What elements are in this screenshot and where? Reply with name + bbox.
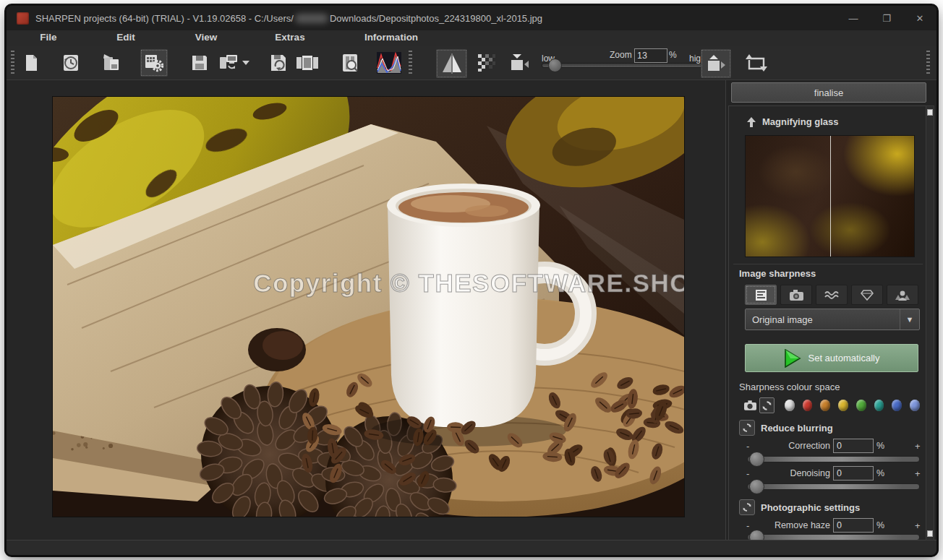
colour-dot-1[interactable]: [803, 400, 813, 411]
colour-dot-3[interactable]: [838, 400, 848, 411]
remove-haze-slider-track[interactable]: [747, 534, 920, 540]
history-button[interactable]: [57, 49, 85, 77]
remove-haze-plus[interactable]: +: [915, 520, 921, 531]
correction-minus[interactable]: -: [746, 441, 749, 452]
panel-scrollbar[interactable]: [926, 105, 934, 540]
tab-presets[interactable]: [745, 285, 777, 305]
denoising-plus[interactable]: +: [915, 468, 921, 479]
waves-icon: [824, 290, 839, 299]
app-window: SHARPEN projects (64-bit) (TRIAL) - V1.1…: [7, 6, 936, 555]
maximize-button[interactable]: ❐: [870, 6, 903, 30]
rotate-canvas-button[interactable]: [743, 49, 770, 77]
colour-dot-0[interactable]: [785, 400, 795, 411]
tab-portrait[interactable]: [887, 285, 918, 305]
denoising-row: Denoising %: [745, 466, 918, 482]
image-sharpness-header: Image sharpness: [739, 268, 816, 279]
new-project-button[interactable]: [17, 49, 45, 77]
dropdown-arrow-icon[interactable]: ▼: [900, 309, 919, 329]
close-button[interactable]: ✕: [903, 6, 936, 30]
export-button[interactable]: [215, 49, 252, 77]
correction-slider-track[interactable]: [747, 456, 920, 462]
rotate-cycle-icon: [746, 53, 767, 73]
remove-haze-label: Remove haze: [775, 520, 830, 530]
export-monitor-icon: [218, 53, 240, 73]
zoom-label: Zoom: [610, 50, 632, 60]
new-file-icon: [22, 53, 40, 72]
play-icon: [784, 349, 801, 368]
menu-extras[interactable]: Extras: [275, 32, 304, 43]
sharpness-preset-dropdown[interactable]: Original image ▼: [745, 309, 920, 330]
diamond-icon: [861, 290, 874, 301]
filmstrip-view-button[interactable]: [294, 49, 321, 77]
colour-dot-2[interactable]: [820, 400, 830, 411]
menu-view[interactable]: View: [195, 32, 218, 43]
window-title: SHARPEN projects (64-bit) (TRIAL) - V1.1…: [35, 13, 542, 24]
zoom-out-button[interactable]: [505, 49, 533, 77]
save-redo-button[interactable]: [265, 49, 292, 77]
denoising-minus[interactable]: -: [746, 468, 749, 479]
finalise-button[interactable]: finalise: [731, 82, 926, 103]
toolbar-drag-handle[interactable]: [11, 51, 14, 75]
colour-dot-4[interactable]: [856, 400, 866, 411]
preview-inspect-button[interactable]: [336, 49, 364, 77]
photo-preview[interactable]: Copyright © THESOFTWARE.SHOP: [52, 96, 685, 517]
export-dropdown-arrow-icon[interactable]: [242, 60, 249, 66]
dissolve-view-button[interactable]: [473, 49, 500, 77]
correction-value-input[interactable]: [833, 439, 874, 453]
minimize-button[interactable]: —: [837, 6, 870, 30]
correction-row: Correction %: [745, 439, 918, 455]
window-title-prefix: SHARPEN projects (64-bit) (TRIAL) - V1.1…: [35, 13, 294, 24]
remove-haze-minus[interactable]: -: [746, 520, 749, 531]
menu-edit[interactable]: Edit: [116, 32, 135, 43]
photographic-reset-button[interactable]: [739, 499, 755, 515]
set-automatically-button[interactable]: Set automatically: [745, 344, 918, 372]
colour-space-auto-button[interactable]: [759, 397, 775, 413]
toolbar-drag-handle-3[interactable]: [926, 51, 930, 75]
colour-space-camera-button[interactable]: [743, 398, 757, 413]
tab-diamond[interactable]: [851, 285, 883, 305]
sharpness-tab-row: [745, 285, 918, 305]
histogram-button[interactable]: [375, 49, 403, 77]
denoising-slider-track[interactable]: [747, 483, 920, 490]
settings-button[interactable]: [140, 49, 168, 77]
colour-dot-6[interactable]: [892, 400, 902, 411]
toolbar-drag-handle-2[interactable]: [409, 51, 412, 75]
edit-image-button[interactable]: [98, 49, 125, 77]
cycle-icon: [761, 400, 772, 411]
title-bar: SHARPEN projects (64-bit) (TRIAL) - V1.1…: [7, 6, 936, 30]
remove-haze-value-input[interactable]: [833, 518, 874, 533]
zoom-slider-track[interactable]: [542, 63, 709, 68]
camera-small-icon: [744, 400, 756, 410]
menu-information[interactable]: Information: [364, 32, 418, 43]
remove-haze-row: Remove haze %: [745, 518, 918, 534]
correction-slider-thumb[interactable]: [749, 452, 764, 467]
scrollbar-bottom-handle[interactable]: [927, 530, 933, 537]
save-button[interactable]: [186, 49, 213, 77]
correction-plus[interactable]: +: [915, 441, 921, 452]
denoising-slider-thumb[interactable]: [749, 479, 764, 494]
zoom-slider-thumb[interactable]: [548, 59, 562, 72]
tab-waves[interactable]: [816, 285, 848, 305]
image-sharpness-title: Image sharpness: [739, 268, 816, 279]
colour-space-label-text: Sharpness colour space: [739, 382, 840, 392]
document-list-icon: [755, 289, 767, 301]
document-magnifier-icon: [341, 53, 359, 73]
zoom-in-button[interactable]: [701, 49, 731, 78]
remove-haze-slider-thumb[interactable]: [749, 530, 764, 540]
screenshot-stage: SHARPEN projects (64-bit) (TRIAL) - V1.1…: [0, 0, 943, 560]
camera-icon: [790, 290, 803, 301]
colour-dot-5[interactable]: [874, 400, 884, 411]
colour-dot-7[interactable]: [910, 400, 920, 411]
tab-camera[interactable]: [780, 285, 812, 305]
denoising-value-input[interactable]: [833, 466, 874, 481]
menu-file[interactable]: File: [40, 32, 56, 43]
magnifier-title: Magnifying glass: [762, 116, 838, 127]
zoom-in-icon: [705, 53, 727, 74]
reduce-blurring-header: Reduce blurring: [739, 420, 833, 436]
scrollbar-top-handle[interactable]: [927, 109, 933, 116]
zoom-value-input[interactable]: [634, 48, 667, 63]
reduce-blurring-reset-button[interactable]: [739, 420, 755, 436]
compare-view-button[interactable]: [436, 49, 467, 78]
portrait-icon: [895, 290, 910, 301]
collapse-up-arrow-icon[interactable]: [746, 117, 756, 127]
